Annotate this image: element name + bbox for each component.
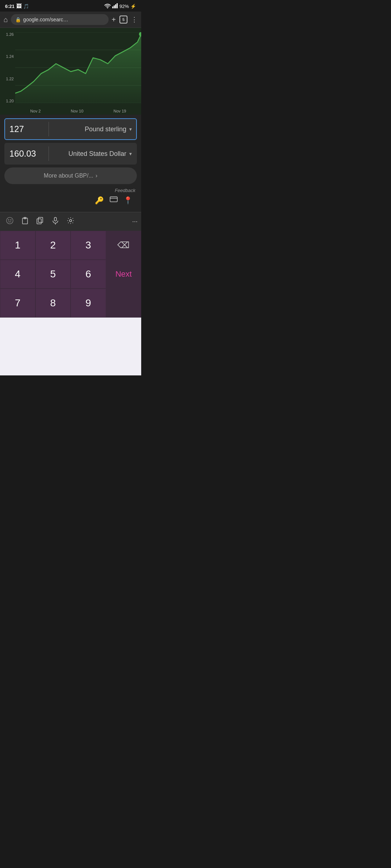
svg-rect-4 [117,3,118,8]
url-bar[interactable]: 🔒 google.com/searc… [11,14,109,25]
key-2[interactable]: 2 [35,231,71,260]
to-value[interactable]: 160.03 [5,144,49,164]
from-currency-label: Pound sterling [85,125,126,133]
svg-point-22 [70,220,72,222]
chart-y-axis: 1.26 1.24 1.22 1.20 [0,32,15,103]
tabs-button[interactable]: 5 [119,16,127,24]
currency-chart: 1.26 1.24 1.22 1.20 Nov [0,28,141,115]
x-label-1: Nov 2 [30,109,41,113]
svg-rect-2 [114,5,115,8]
to-currency-row[interactable]: 160.03 United States Dollar ▾ [4,143,137,165]
y-label-1: 1.26 [6,32,14,37]
y-label-4: 1.20 [6,99,14,103]
sound-icon: 🎵 [23,4,29,9]
key-7[interactable]: 7 [0,289,35,318]
svg-rect-19 [37,219,41,224]
from-currency-selector[interactable]: Pound sterling ▾ [49,120,136,138]
key-8[interactable]: 8 [35,289,71,318]
key-4[interactable]: 4 [0,260,35,289]
status-left: 6:21 🖼 🎵 [5,3,29,9]
browser-actions: + 5 ⋮ [112,16,138,24]
x-label-3: Nov 19 [114,109,126,113]
status-bar: 6:21 🖼 🎵 92% ⚡ [0,0,141,12]
battery-text: 92% [119,4,129,9]
backspace-key[interactable]: ⌫ [106,231,142,260]
photo-icon: 🖼 [16,3,21,9]
more-about-arrow: › [96,173,97,179]
y-label-3: 1.22 [6,77,14,81]
keyboard-toolbar: ··· [0,212,141,231]
svg-point-14 [8,220,9,220]
wifi-icon [104,3,111,9]
svg-rect-18 [38,217,43,222]
next-key[interactable]: Next [106,260,142,289]
clipboard-toolbar-icon[interactable] [19,214,31,229]
emoji-toolbar-icon[interactable] [4,214,16,229]
svg-rect-3 [115,4,116,8]
numeric-keyboard: 1 2 3 ⌫ 4 5 6 Next 7 8 9 [0,231,141,318]
from-currency-row[interactable]: 127 Pound sterling ▾ [4,118,137,140]
card-icon [110,196,118,205]
y-label-2: 1.24 [6,54,14,59]
bottom-area [0,318,141,375]
time: 6:21 [5,4,14,9]
home-button[interactable]: ⌂ [4,16,8,24]
svg-rect-1 [112,7,113,8]
feedback-label[interactable]: Feedback [115,188,135,193]
x-label-2: Nov 10 [71,109,84,113]
currency-converter: 127 Pound sterling ▾ 160.03 United State… [0,115,141,212]
settings-toolbar-icon[interactable] [64,214,77,229]
svg-point-10 [139,32,141,37]
key-5[interactable]: 5 [35,260,71,289]
to-currency-selector[interactable]: United States Dollar ▾ [49,145,136,163]
key-3[interactable]: 3 [71,231,106,260]
more-about-button[interactable]: More about GBP/... › [4,167,137,184]
chart-x-axis: Nov 2 Nov 10 Nov 19 [15,109,141,113]
battery-icon: ⚡ [130,4,136,9]
location-icon: 📍 [123,196,133,205]
svg-point-0 [107,7,108,8]
backspace-icon: ⌫ [117,240,130,250]
chart-svg-area [15,32,141,103]
key-9[interactable]: 9 [71,289,106,318]
copy-toolbar-icon[interactable] [34,214,46,229]
svg-point-15 [10,220,11,220]
svg-rect-11 [110,197,117,202]
mic-toolbar-icon[interactable] [49,214,62,229]
feedback-row: Feedback [4,188,137,196]
from-dropdown-arrow: ▾ [129,126,132,132]
signal-icon [112,3,118,9]
svg-point-13 [7,217,13,224]
browser-icons-row: 🔑 📍 [4,196,137,208]
key-1[interactable]: 1 [0,231,35,260]
from-value[interactable]: 127 [5,119,49,139]
to-currency-label: United States Dollar [68,150,126,158]
key-icon: 🔑 [95,196,104,205]
new-tab-button[interactable]: + [112,16,116,24]
status-right: 92% ⚡ [104,3,136,9]
url-text: google.com/searc… [23,17,68,22]
toolbar-more-button[interactable]: ··· [132,218,138,225]
key-6[interactable]: 6 [71,260,106,289]
svg-rect-20 [54,217,56,221]
security-icon: 🔒 [15,17,21,22]
to-dropdown-arrow: ▾ [129,151,132,157]
browser-bar: ⌂ 🔒 google.com/searc… + 5 ⋮ [0,12,141,28]
more-about-label: More about GBP/... [44,173,93,179]
more-button[interactable]: ⋮ [131,16,138,24]
